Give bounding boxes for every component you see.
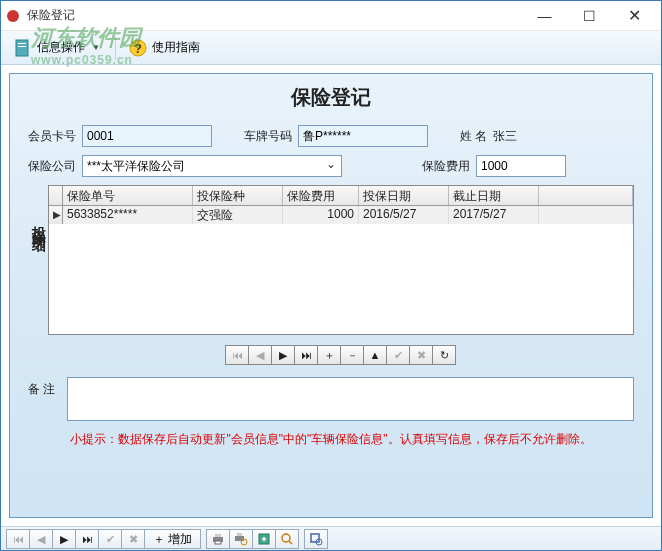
cell-policy-no[interactable]: 5633852***** <box>63 206 193 224</box>
nav-next-button[interactable]: ▶ <box>271 345 295 365</box>
member-no-label: 会员卡号 <box>28 128 76 145</box>
bottom-last-button[interactable]: ⏭ <box>75 529 99 549</box>
app-window: 保险登记 — ☐ ✕ 河东软件园 www.pc0359.cn 信息操作 ▼ ? … <box>0 0 662 551</box>
grid-row[interactable]: ▶ 5633852***** 交强险 1000 2016/5/27 2017/5… <box>49 206 633 224</box>
svg-point-13 <box>282 534 290 542</box>
svg-rect-7 <box>215 534 221 537</box>
nav-add-button[interactable]: ＋ <box>317 345 341 365</box>
detail-section: 投保明细 保险单号 投保险种 保险费用 投保日期 截止日期 <box>28 185 634 365</box>
close-button[interactable]: ✕ <box>612 2 657 30</box>
window-title: 保险登记 <box>27 7 75 24</box>
nav-edit-button[interactable]: ▲ <box>363 345 387 365</box>
grid-header-policy-no[interactable]: 保险单号 <box>63 186 193 205</box>
svg-rect-1 <box>16 40 28 56</box>
cell-fee[interactable]: 1000 <box>283 206 359 224</box>
svg-line-14 <box>289 541 292 544</box>
toolbar-separator <box>115 36 116 60</box>
document-icon <box>13 38 33 58</box>
maximize-button[interactable]: ☐ <box>567 2 612 30</box>
bottom-first-button[interactable]: ⏮ <box>6 529 30 549</box>
row-indicator: ▶ <box>49 206 63 224</box>
nav-first-button[interactable]: ⏮ <box>225 345 249 365</box>
nav-last-button[interactable]: ⏭ <box>294 345 318 365</box>
minimize-button[interactable]: — <box>522 2 567 30</box>
help-icon: ? <box>128 38 148 58</box>
svg-rect-2 <box>18 43 26 44</box>
view-button[interactable] <box>304 529 328 549</box>
main-toolbar: 河东软件园 www.pc0359.cn 信息操作 ▼ ? 使用指南 <box>1 31 661 65</box>
nav-cancel-button[interactable]: ✖ <box>409 345 433 365</box>
grid-navigator: ⏮ ◀ ▶ ⏭ ＋ － ▲ ✔ ✖ ↻ <box>48 345 634 365</box>
remark-textarea[interactable] <box>67 377 634 421</box>
name-label: 姓 名 <box>460 128 487 145</box>
nav-prev-button[interactable]: ◀ <box>248 345 272 365</box>
bottom-ok-button[interactable]: ✔ <box>98 529 122 549</box>
grid-header-type[interactable]: 投保险种 <box>193 186 283 205</box>
info-ops-label: 信息操作 <box>37 39 85 56</box>
printer-search-icon <box>234 532 248 546</box>
grid-header-start[interactable]: 投保日期 <box>359 186 449 205</box>
grid-header-spacer <box>539 186 633 205</box>
export-icon <box>257 532 271 546</box>
fee-label: 保险费用 <box>422 158 470 175</box>
plate-no-input[interactable] <box>298 125 428 147</box>
svg-point-0 <box>7 10 19 22</box>
form-row-1: 会员卡号 车牌号码 姓 名 张三 <box>28 125 634 147</box>
info-ops-button[interactable]: 信息操作 ▼ <box>7 36 109 60</box>
name-value: 张三 <box>493 128 517 145</box>
member-no-input[interactable] <box>82 125 212 147</box>
bottom-cancel-button[interactable]: ✖ <box>121 529 145 549</box>
printer-icon <box>211 532 225 546</box>
panel-title: 保险登记 <box>28 84 634 111</box>
cell-start[interactable]: 2016/5/27 <box>359 206 449 224</box>
svg-rect-8 <box>215 541 221 544</box>
cell-end[interactable]: 2017/5/27 <box>449 206 539 224</box>
guide-label: 使用指南 <box>152 39 200 56</box>
plus-icon: ＋ <box>153 530 165 548</box>
grid-header-fee[interactable]: 保险费用 <box>283 186 359 205</box>
plate-no-label: 车牌号码 <box>244 128 292 145</box>
magnify-icon <box>309 532 323 546</box>
bottom-toolbar: ⏮ ◀ ▶ ⏭ ✔ ✖ ＋ 增加 <box>1 526 661 550</box>
nav-delete-button[interactable]: － <box>340 345 364 365</box>
svg-text:?: ? <box>134 41 142 56</box>
print-preview-button[interactable] <box>229 529 253 549</box>
form-panel: 保险登记 会员卡号 车牌号码 姓 名 张三 保险公司 保险费用 <box>9 73 653 518</box>
grid-header-end[interactable]: 截止日期 <box>449 186 539 205</box>
detail-label: 投保明细 <box>28 185 48 365</box>
bottom-add-button[interactable]: ＋ 增加 <box>144 529 201 549</box>
form-row-2: 保险公司 保险费用 <box>28 155 634 177</box>
grid-header: 保险单号 投保险种 保险费用 投保日期 截止日期 <box>49 186 633 206</box>
bottom-add-label: 增加 <box>168 530 192 548</box>
bottom-prev-button[interactable]: ◀ <box>29 529 53 549</box>
find-button[interactable] <box>275 529 299 549</box>
content-area: 保险登记 会员卡号 车牌号码 姓 名 张三 保险公司 保险费用 <box>1 65 661 526</box>
bottom-next-button[interactable]: ▶ <box>52 529 76 549</box>
svg-rect-15 <box>311 534 319 542</box>
company-label: 保险公司 <box>28 158 76 175</box>
company-select[interactable] <box>82 155 342 177</box>
detail-grid[interactable]: 保险单号 投保险种 保险费用 投保日期 截止日期 ▶ 5633852***** … <box>48 185 634 335</box>
app-icon <box>5 8 21 24</box>
export-button[interactable] <box>252 529 276 549</box>
svg-rect-3 <box>18 46 26 47</box>
cell-type[interactable]: 交强险 <box>193 206 283 224</box>
svg-rect-9 <box>235 536 244 541</box>
nav-ok-button[interactable]: ✔ <box>386 345 410 365</box>
chevron-down-icon: ▼ <box>89 43 103 52</box>
grid-header-selector[interactable] <box>49 186 63 205</box>
guide-button[interactable]: ? 使用指南 <box>122 36 206 60</box>
title-bar: 保险登记 — ☐ ✕ <box>1 1 661 31</box>
svg-rect-10 <box>237 533 242 536</box>
remark-row: 备 注 <box>28 377 634 421</box>
print-button[interactable] <box>206 529 230 549</box>
fee-input[interactable] <box>476 155 566 177</box>
remark-label: 备 注 <box>28 377 55 421</box>
nav-refresh-button[interactable]: ↻ <box>432 345 456 365</box>
cell-spacer <box>539 206 633 224</box>
search-icon <box>280 532 294 546</box>
tip-text: 小提示：数据保存后自动更新"会员信息"中的"车辆保险信息"。认真填写信息，保存后… <box>28 431 634 448</box>
